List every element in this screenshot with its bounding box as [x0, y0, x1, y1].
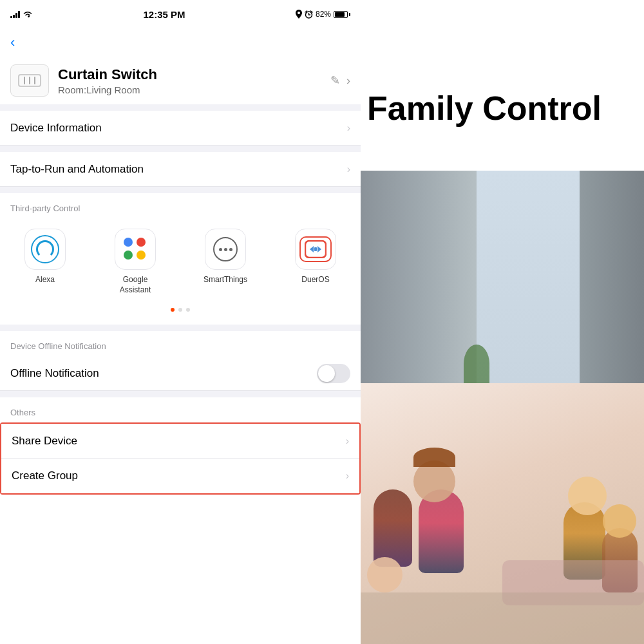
- google-assistant-label: GoogleAssistant: [120, 275, 151, 295]
- google-icon-wrap: [115, 229, 156, 270]
- location-icon: [296, 10, 302, 19]
- curtain-line-left: [24, 77, 25, 84]
- device-information-row[interactable]: Device Information ›: [0, 111, 361, 146]
- alexa-label: Alexa: [35, 275, 55, 285]
- family-photo: [361, 383, 644, 644]
- curtain-line-center: [29, 77, 30, 84]
- alarm-icon: [305, 10, 313, 19]
- left-panel: 12:35 PM 82%: [0, 0, 361, 644]
- battery-icon: [334, 11, 350, 18]
- device-information-chevron-icon: ›: [347, 122, 350, 134]
- signal-icon: [10, 10, 20, 18]
- header-chevron-icon: ›: [346, 74, 350, 88]
- share-device-label: Share Device: [12, 435, 346, 448]
- back-button[interactable]: ‹: [0, 28, 361, 57]
- curtain-right: [580, 171, 644, 383]
- share-device-chevron-icon: ›: [346, 435, 349, 447]
- alexa-icon-wrap: [24, 229, 66, 270]
- divider-2: [0, 146, 361, 152]
- device-information-label: Device Information: [10, 122, 347, 135]
- status-time: 12:35 PM: [143, 9, 185, 20]
- curtain-image: [361, 171, 644, 383]
- curtain-switch-icon: [18, 74, 41, 87]
- others-section-header: Others: [0, 397, 361, 422]
- divider-3: [0, 187, 361, 193]
- offline-section-header: Device Offline Notification: [0, 331, 361, 356]
- curtain-left: [361, 171, 477, 383]
- person-4-head: [603, 504, 636, 538]
- pagination-dot-1: [171, 308, 175, 312]
- status-left: [10, 10, 33, 18]
- family-control-title: Family Control: [367, 90, 601, 127]
- dueros-icon-wrap: [295, 229, 336, 270]
- smartthings-item[interactable]: SmartThings: [180, 223, 270, 290]
- alexa-ring: [36, 240, 54, 258]
- tap-to-run-label: Tap-to-Run and Automation: [10, 163, 347, 176]
- offline-notification-row[interactable]: Offline Notification: [0, 356, 361, 391]
- status-bar: 12:35 PM 82%: [0, 0, 361, 28]
- ga-dot-red: [137, 238, 146, 247]
- alexa-icon: [31, 235, 59, 263]
- smartthings-label: SmartThings: [204, 275, 247, 285]
- pagination-dot-2: [178, 308, 182, 312]
- scroll-content: Device Information › Tap-to-Run and Auto…: [0, 104, 361, 644]
- divider-1: [0, 104, 361, 111]
- create-group-label: Create Group: [12, 469, 346, 482]
- divider-5: [0, 391, 361, 397]
- service-grid: Alexa GoogleAssistant: [0, 218, 361, 305]
- device-icon: [10, 64, 49, 97]
- st-dot-2: [224, 248, 227, 251]
- window-center: [477, 171, 580, 383]
- dueros-item[interactable]: DuerOS: [270, 223, 361, 290]
- alexa-item[interactable]: Alexa: [0, 223, 90, 290]
- smartthings-icon-wrap: [205, 229, 246, 270]
- svg-rect-3: [314, 247, 317, 251]
- svg-point-0: [298, 12, 300, 14]
- toggle-knob: [318, 365, 335, 382]
- wifi-icon: [23, 10, 33, 18]
- device-room: Room:Living Room: [58, 84, 321, 95]
- floor: [361, 592, 644, 644]
- device-header: Curtain Switch Room:Living Room ✎ ›: [0, 57, 361, 104]
- ga-dot-yellow: [137, 251, 146, 260]
- share-device-row[interactable]: Share Device ›: [1, 424, 359, 459]
- st-dot-1: [219, 248, 222, 251]
- person-1-head: [367, 557, 402, 592]
- pagination-dots: [0, 305, 361, 319]
- bottom-spacer: [0, 495, 361, 520]
- google-assistant-item[interactable]: GoogleAssistant: [90, 223, 180, 300]
- device-info: Curtain Switch Room:Living Room: [58, 66, 321, 95]
- device-name: Curtain Switch: [58, 66, 321, 83]
- offline-notification-toggle[interactable]: [317, 364, 350, 383]
- offline-notification-label: Offline Notification: [10, 367, 317, 380]
- tap-to-run-row[interactable]: Tap-to-Run and Automation ›: [0, 152, 361, 187]
- dueros-svg: [305, 240, 327, 258]
- pagination-dot-3: [186, 308, 190, 312]
- tap-to-run-chevron-icon: ›: [347, 164, 350, 175]
- highlighted-others-section: Share Device › Create Group ›: [0, 422, 361, 495]
- person-2: [419, 489, 464, 573]
- create-group-chevron-icon: ›: [346, 470, 349, 482]
- google-assistant-icon: [124, 238, 147, 261]
- person-1: [374, 489, 412, 567]
- back-chevron-icon: ‹: [10, 34, 15, 51]
- smartthings-icon: [213, 237, 238, 261]
- divider-4: [0, 325, 361, 331]
- battery-percent: 82%: [316, 10, 331, 19]
- st-dot-3: [229, 248, 232, 251]
- edit-icon[interactable]: ✎: [330, 73, 340, 88]
- plant-decoration: [464, 345, 489, 383]
- dueros-icon: [299, 236, 332, 262]
- right-panel: Family Control: [361, 0, 644, 644]
- person-3-head: [568, 477, 607, 515]
- smartthings-dots: [219, 248, 232, 251]
- curtain-line-right: [34, 77, 35, 84]
- ga-dot-blue: [124, 238, 133, 247]
- person-2-hair: [413, 448, 455, 467]
- create-group-row[interactable]: Create Group ›: [1, 459, 359, 493]
- dueros-label: DuerOS: [301, 275, 329, 285]
- third-party-section-header: Third-party Control: [0, 193, 361, 218]
- device-header-actions: ✎ ›: [330, 73, 350, 88]
- status-right: 82%: [296, 10, 350, 19]
- third-party-section: Third-party Control Alexa: [0, 193, 361, 325]
